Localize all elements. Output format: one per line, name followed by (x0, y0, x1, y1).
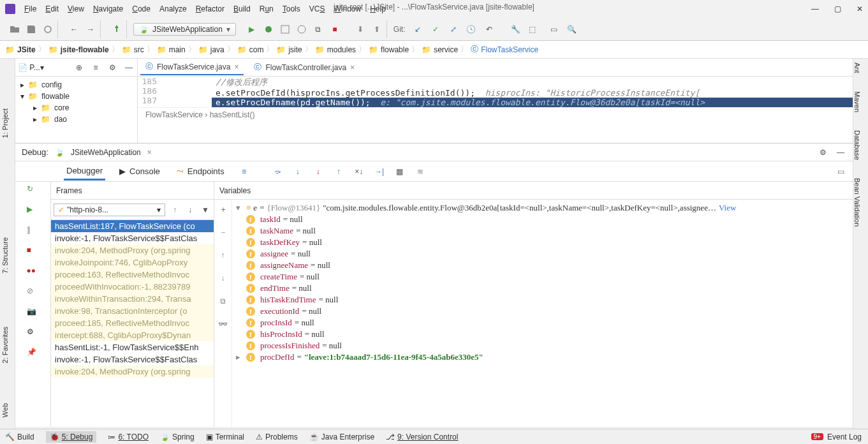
threads-button[interactable]: ≡ (239, 166, 250, 177)
hide-button[interactable]: — (123, 62, 135, 73)
tab-debugger[interactable]: Debugger (64, 163, 105, 181)
event-log-button[interactable]: Event Log (827, 433, 862, 441)
coverage-button[interactable] (279, 24, 291, 35)
crumb-item[interactable]: 📁jsite (276, 45, 302, 54)
frame-item[interactable]: proceed:185, ReflectiveMethodInvoc (51, 317, 214, 329)
crumb-item[interactable]: 📁JSite (5, 45, 36, 54)
variable-field[interactable]: fassignee = null (236, 248, 849, 260)
run-to-cursor-button[interactable]: →| (374, 166, 385, 177)
prev-frame-button[interactable]: ↑ (169, 204, 180, 216)
resume-button[interactable]: ▶ (27, 205, 40, 218)
variable-field[interactable]: fexecutionId = null (236, 306, 849, 317)
git-fetch-button[interactable]: ↙ (412, 24, 423, 35)
status-problems[interactable]: ⚠ Problems (256, 433, 298, 441)
tree-item[interactable]: ▸ 📁 config (15, 79, 137, 91)
frame-item[interactable]: hasSentList:-1, FlowTaskService$$Enh (51, 341, 214, 353)
tab-endpoints[interactable]: ⤳Endpoints (174, 163, 227, 181)
filter-button[interactable]: ▼ (200, 204, 211, 216)
crumb-item[interactable]: 📁modules (315, 45, 356, 54)
project-structure-button[interactable]: ⬚ (527, 24, 538, 35)
evaluate-button[interactable]: ▦ (394, 166, 406, 177)
vcs-commit-button[interactable]: ⬆ (371, 24, 383, 35)
crumb-item[interactable]: 📁jsite-flowable (48, 45, 109, 54)
back-button[interactable]: ← (68, 24, 80, 35)
snapshot-button[interactable]: 📷 (27, 307, 40, 320)
sidebar-web[interactable]: Web (1, 403, 9, 417)
variable-field[interactable]: ftaskDefKey = null (236, 237, 849, 248)
sidebar-maven[interactable]: Maven (853, 91, 861, 112)
status-todo[interactable]: ≔ 6: TODO (108, 433, 149, 441)
pause-button[interactable]: ‖ (27, 225, 40, 238)
crumb-item[interactable]: 📁com (237, 45, 264, 54)
git-commit-button[interactable]: ✓ (430, 24, 441, 35)
move-up-button[interactable]: ↑ (217, 249, 229, 261)
crumb-item[interactable]: 📁flowable (369, 45, 409, 54)
variable-field[interactable]: fcreateTime = null (236, 271, 849, 283)
crumb-item[interactable]: ⓒ FlowTaskService (471, 44, 538, 55)
tasks-button[interactable]: ▭ (548, 24, 560, 35)
step-out-button[interactable]: ↑ (333, 166, 344, 177)
git-compare-button[interactable]: ⤢ (448, 24, 459, 35)
move-down-button[interactable]: ↓ (217, 272, 229, 284)
stop-button[interactable]: ■ (329, 24, 341, 35)
close-button[interactable]: ✕ (857, 4, 863, 13)
status-debug[interactable]: 🐞 5: Debug (46, 431, 97, 443)
frame-item[interactable]: proceedWithInvocation:-1, 88239789 (51, 281, 214, 293)
menu-analyze[interactable]: Analyze (159, 4, 187, 13)
frames-list[interactable]: hasSentList:187, FlowTaskService (coinvo… (51, 220, 214, 427)
menu-tools[interactable]: Tools (283, 4, 300, 13)
frame-item[interactable]: proceed:163, ReflectiveMethodInvoc (51, 269, 214, 281)
minimize-button[interactable]: — (811, 4, 819, 13)
expand-all-button[interactable]: ≡ (90, 62, 101, 73)
thread-selector[interactable]: ✓"http-nio-8...▾ (54, 204, 165, 216)
sidebar-bean-validation[interactable]: Bean Validation (853, 178, 861, 226)
tree-item[interactable]: ▸ 📁 dao (15, 114, 137, 125)
view-link[interactable]: View (719, 203, 736, 213)
tab-flowtaskcontroller[interactable]: ⓒFlowTaskController.java × (249, 60, 360, 75)
frame-item[interactable]: invoke:-1, FlowTaskService$$FastClas (51, 232, 214, 244)
remove-watch-button[interactable]: － (217, 226, 229, 238)
rerun-button[interactable]: ↻ (27, 184, 40, 197)
trace-button[interactable]: ≋ (415, 166, 426, 177)
watches-button[interactable]: 👓 (217, 318, 229, 330)
view-breakpoints-button[interactable]: ●● (27, 266, 40, 279)
tab-flowtaskservice[interactable]: ⓒFlowTaskService.java × (140, 60, 244, 75)
menu-refactor[interactable]: Refactor (196, 4, 224, 13)
crumb-item[interactable]: 📁main (157, 45, 186, 54)
status-spring[interactable]: 🍃 Spring (160, 433, 195, 441)
menu-run[interactable]: Run (260, 4, 274, 13)
frame-item[interactable]: invokeJoinpoint:746, CglibAopProxy (51, 256, 214, 269)
locate-file-button[interactable]: ⊕ (73, 62, 85, 73)
forward-button[interactable]: → (85, 24, 96, 35)
run-config-selector[interactable]: 🍃 JSiteWebApplication ▾ (133, 23, 236, 36)
frame-item[interactable]: intercept:688, CglibAopProxy$Dynan (51, 329, 214, 341)
git-revert-button[interactable]: ↶ (483, 24, 495, 35)
profile-button[interactable] (296, 24, 307, 35)
status-version-control[interactable]: ⎇ 9: Version Control (386, 433, 458, 441)
close-icon[interactable]: × (350, 63, 355, 72)
frame-item[interactable]: invoke:204, MethodProxy (org.spring (51, 366, 214, 378)
step-into-button[interactable]: ↓ (292, 166, 304, 177)
hide-button[interactable]: — (835, 147, 846, 158)
maximize-button[interactable]: ▢ (834, 4, 841, 13)
menu-code[interactable]: Code (132, 4, 151, 13)
frame-item[interactable]: invoke:98, TransactionInterceptor (o (51, 305, 214, 317)
menu-file[interactable]: FFileile (24, 4, 36, 13)
variable-field[interactable]: ▸fprocDefId = "leave:1:b74aaad7-15d6-11e… (236, 352, 849, 363)
debug-button[interactable] (263, 24, 274, 35)
pin-button[interactable]: 📌 (27, 348, 40, 360)
tree-item[interactable]: ▾ 📁 flowable (15, 91, 137, 102)
frame-item[interactable]: invoke:204, MethodProxy (org.spring (51, 244, 214, 256)
sidebar-database[interactable]: Database (853, 130, 861, 160)
step-over-button[interactable]: ⤼ (272, 166, 283, 177)
status-java-enterprise[interactable]: ☕ Java Enterprise (309, 433, 374, 441)
search-everywhere-button[interactable]: 🔍 (566, 24, 578, 35)
next-frame-button[interactable]: ↓ (184, 204, 196, 216)
menu-vcs[interactable]: VCS (309, 4, 325, 13)
crumb-item[interactable]: 📁java (198, 45, 224, 54)
settings-gear-icon[interactable]: ⚙ (107, 62, 118, 73)
variables-tree[interactable]: ▾ ≡ e = {Flow@13641} "com.jsite.modules.… (232, 200, 853, 427)
variable-field[interactable]: fendTime = null (236, 283, 849, 294)
frame-item[interactable]: hasSentList:187, FlowTaskService (co (51, 220, 214, 232)
drop-frame-button[interactable]: ×↓ (353, 166, 365, 177)
